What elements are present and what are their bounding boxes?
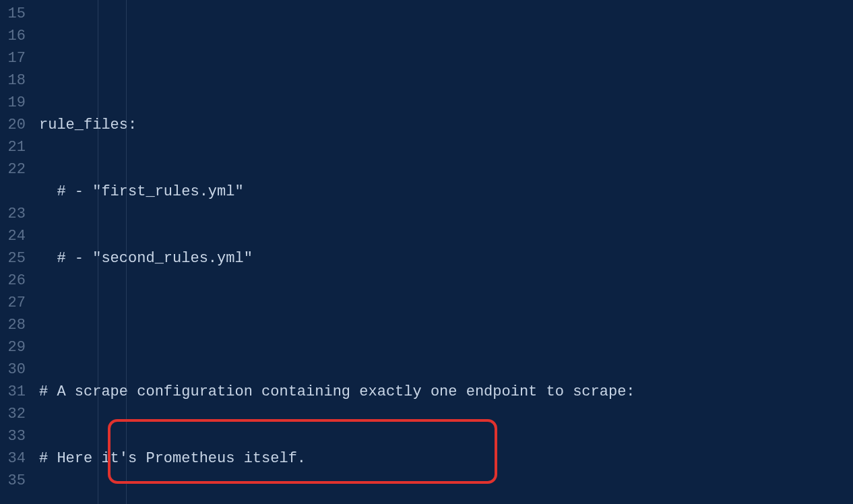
- code-line: rule_files:: [32, 114, 853, 136]
- line-number: 16: [0, 25, 32, 47]
- code-line: [32, 314, 853, 336]
- line-number: 25: [0, 247, 32, 270]
- line-number: 23: [0, 203, 32, 225]
- code-line: # - "second_rules.yml": [32, 247, 853, 270]
- code-line: # A scrape configuration containing exac…: [32, 381, 853, 403]
- indent-guide: [98, 0, 98, 504]
- line-number: 15: [0, 3, 32, 25]
- line-number: 29: [0, 336, 32, 358]
- code-area[interactable]: rule_files: # - "first_rules.yml" # - "s…: [32, 0, 853, 504]
- indent-guide: [126, 0, 127, 504]
- line-number: 33: [0, 425, 32, 447]
- line-number: 34: [0, 447, 32, 470]
- line-number: 18: [0, 69, 32, 92]
- line-number: 20: [0, 114, 32, 136]
- line-number: 22: [0, 158, 32, 181]
- line-number: 28: [0, 314, 32, 336]
- line-number: 31: [0, 381, 32, 403]
- line-number: 32: [0, 403, 32, 425]
- line-number-gutter: 1516171819202122232425262728293031323334…: [0, 0, 32, 504]
- code-editor[interactable]: 1516171819202122232425262728293031323334…: [0, 0, 853, 504]
- code-line: # - "first_rules.yml": [32, 181, 853, 203]
- line-number: 27: [0, 292, 32, 314]
- line-number: 24: [0, 225, 32, 247]
- line-number: 30: [0, 358, 32, 381]
- line-number: 17: [0, 47, 32, 69]
- line-number: 21: [0, 136, 32, 158]
- code-line: # Here it's Prometheus itself.: [32, 447, 853, 470]
- line-number: 19: [0, 92, 32, 114]
- line-number: 35: [0, 470, 32, 492]
- line-number: 26: [0, 270, 32, 292]
